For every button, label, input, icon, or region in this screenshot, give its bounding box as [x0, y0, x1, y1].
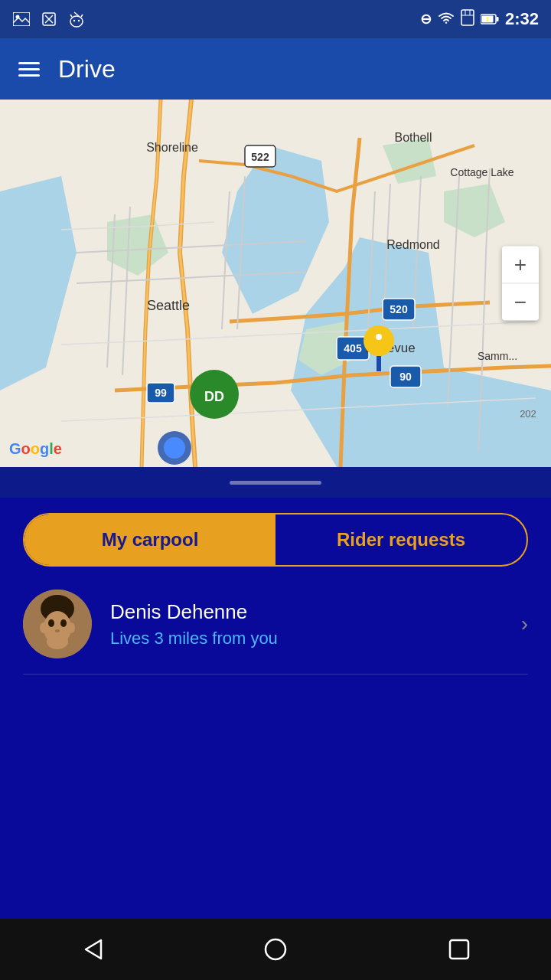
status-bar-right: ⊖ 2:32 [420, 9, 539, 30]
svg-marker-60 [86, 940, 101, 959]
svg-text:Samm...: Samm... [478, 350, 517, 362]
recent-nav-button[interactable] [440, 930, 478, 969]
app-title: Drive [58, 55, 116, 83]
status-bar-left [12, 10, 86, 28]
home-nav-button[interactable] [256, 930, 295, 969]
svg-line-7 [81, 15, 83, 17]
rider-chevron-icon: › [521, 612, 528, 636]
drag-handle [230, 481, 321, 485]
nav-bar [0, 919, 551, 980]
wifi-icon [438, 11, 455, 28]
hamburger-menu-icon[interactable] [18, 62, 40, 77]
rider-requests-tab[interactable]: Rider requests [276, 514, 527, 565]
sim-icon [461, 9, 474, 30]
svg-text:520: 520 [390, 303, 408, 315]
svg-rect-62 [450, 940, 468, 959]
svg-text:Cottage Lake: Cottage Lake [450, 166, 514, 178]
svg-point-57 [47, 634, 68, 649]
svg-text:Seattle: Seattle [147, 298, 190, 313]
svg-rect-11 [461, 10, 474, 25]
my-carpool-tab[interactable]: My carpool [24, 514, 276, 565]
svg-text:202: 202 [520, 408, 536, 420]
rider-avatar [23, 590, 92, 658]
zoom-out-button[interactable]: − [502, 284, 539, 321]
svg-point-9 [78, 20, 80, 21]
svg-text:405: 405 [344, 342, 362, 354]
svg-rect-16 [481, 15, 493, 22]
rider-info: Denis Dehenne Lives 3 miles from you [110, 600, 503, 648]
svg-point-59 [67, 622, 75, 633]
rider-distance: Lives 3 miles from you [110, 629, 503, 648]
x-icon [40, 10, 58, 28]
svg-rect-17 [496, 17, 498, 21]
svg-text:DD: DD [204, 389, 224, 404]
zoom-in-button[interactable]: + [502, 247, 539, 283]
svg-point-61 [266, 939, 285, 959]
app-bar: Drive [0, 38, 551, 100]
map-zoom-controls: + − [502, 247, 539, 321]
svg-text:522: 522 [251, 151, 269, 163]
svg-text:90: 90 [399, 371, 412, 383]
svg-point-50 [376, 334, 382, 340]
google-logo: Google [9, 440, 62, 458]
rider-name: Denis Dehenne [110, 600, 503, 624]
image-icon [12, 10, 31, 28]
android-icon [67, 10, 86, 28]
svg-point-8 [73, 20, 75, 21]
svg-text:Bothell: Bothell [395, 131, 432, 144]
dnd-icon: ⊖ [420, 11, 432, 28]
time-display: 2:32 [505, 9, 539, 29]
status-bar: ⊖ 2:32 [0, 0, 551, 38]
drag-handle-bar[interactable] [0, 467, 551, 498]
battery-icon [481, 11, 499, 28]
tab-row: My carpool Rider requests [23, 513, 528, 567]
back-nav-button[interactable] [73, 930, 111, 969]
svg-point-56 [55, 629, 60, 632]
svg-text:99: 99 [155, 387, 167, 399]
svg-point-58 [40, 622, 47, 633]
svg-point-48 [368, 330, 390, 351]
svg-text:Shoreline: Shoreline [146, 141, 198, 154]
svg-rect-49 [377, 356, 381, 371]
svg-point-45 [164, 437, 185, 459]
svg-line-6 [70, 15, 72, 17]
rider-card[interactable]: Denis Dehenne Lives 3 miles from you › [23, 590, 528, 675]
svg-point-5 [70, 16, 83, 27]
bottom-panel: My carpool Rider requests [0, 498, 551, 919]
svg-point-55 [60, 619, 67, 627]
svg-point-54 [48, 619, 54, 627]
svg-rect-0 [13, 12, 30, 26]
map-view[interactable]: 522 405 520 90 99 202 Shoreline Bothell … [0, 100, 551, 467]
svg-text:Redmond: Redmond [386, 238, 439, 251]
